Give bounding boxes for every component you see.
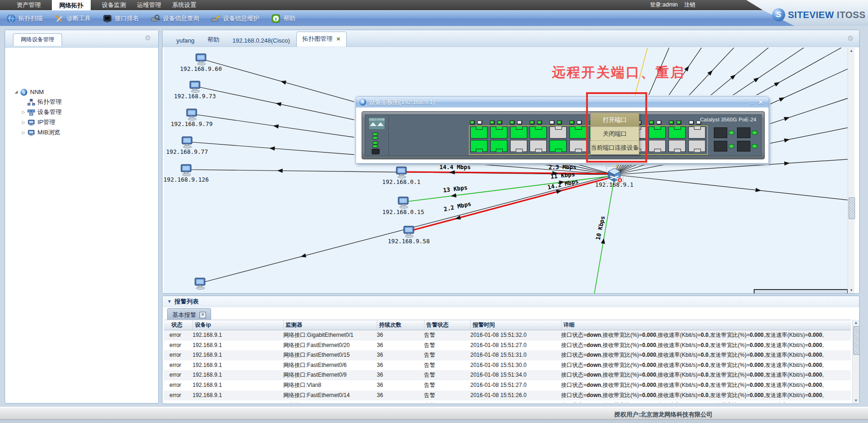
switch-port[interactable] bbox=[510, 140, 527, 152]
switch-port[interactable] bbox=[510, 126, 527, 139]
close-icon[interactable]: ✕ bbox=[200, 312, 206, 318]
expander-collapsed-icon[interactable]: ▷ bbox=[21, 110, 26, 114]
alarm-header[interactable]: ▼ 报警列表 bbox=[162, 296, 859, 307]
table-cell: 网络接口:FastEthernet0/15 bbox=[283, 350, 376, 360]
uplink-port[interactable] bbox=[714, 141, 727, 152]
tree-item-拓扑管理[interactable]: 拓扑管理 bbox=[21, 97, 62, 107]
logout-link[interactable]: 注销 bbox=[684, 0, 695, 10]
pc-node[interactable]: 192.168.9.77 bbox=[166, 137, 208, 155]
table-row[interactable]: error192.168.9.1网络接口:FastEthernet0/2036告… bbox=[164, 341, 851, 351]
switch-port[interactable] bbox=[550, 140, 567, 152]
switch-port[interactable] bbox=[530, 126, 547, 139]
scrollbar-thumb[interactable] bbox=[849, 197, 855, 219]
pc-node[interactable]: 192.168.0.15 bbox=[382, 197, 424, 215]
table-cell: 192.168.9.1 bbox=[193, 350, 282, 360]
uplink-port[interactable] bbox=[714, 127, 727, 138]
column-header[interactable]: 报警时间 bbox=[470, 320, 560, 330]
pc-node[interactable]: 192.168.9.73 bbox=[174, 81, 216, 100]
tree-item-label: NNM bbox=[30, 88, 44, 95]
toolbar-button[interactable]: 设备信息查询 bbox=[151, 14, 199, 23]
table-row[interactable]: error192.168.9.1网络接口:FastEthernet0/1136告… bbox=[164, 400, 851, 403]
menu-item-5[interactable]: 系统设置 bbox=[172, 0, 196, 10]
switch-mode-button[interactable] bbox=[372, 149, 380, 154]
column-header[interactable]: 设备ip bbox=[193, 320, 282, 330]
switch-port[interactable] bbox=[688, 140, 706, 152]
toolbar-button-label: 接口排名 bbox=[115, 14, 139, 23]
pc-node[interactable]: 192.168.9.126 bbox=[164, 164, 209, 183]
column-header[interactable]: 监测器 bbox=[283, 320, 376, 330]
workspace-tab-192.168.0.248(Cisco)[interactable]: 192.168.0.248(Cisco) bbox=[226, 34, 296, 47]
switch-port[interactable] bbox=[649, 126, 666, 139]
switch-port[interactable] bbox=[569, 126, 587, 139]
menu-item-1[interactable]: 资产管理 bbox=[17, 0, 41, 10]
column-header[interactable]: 持续次数 bbox=[377, 320, 423, 330]
switch-port[interactable] bbox=[470, 140, 487, 152]
alarm-vertical-scrollbar[interactable]: ▲ ▼ bbox=[852, 320, 859, 404]
scroll-down-icon[interactable]: ▼ bbox=[848, 288, 855, 292]
uplink-port[interactable] bbox=[737, 127, 750, 138]
workspace-tab-帮助[interactable]: 帮助 bbox=[201, 33, 226, 47]
gear-icon[interactable]: ⚙ bbox=[848, 34, 854, 43]
menu-item-3[interactable]: 设备监测 bbox=[102, 0, 126, 10]
minimize-icon[interactable]: □ bbox=[750, 99, 754, 106]
toolbar-button[interactable]: 接口排名 bbox=[103, 14, 139, 23]
switch-port[interactable] bbox=[649, 140, 666, 152]
tree-item-IP管理[interactable]: ▷IP管理 bbox=[21, 117, 55, 127]
table-row[interactable]: error192.168.9.1网络接口:FastEthernet0/636告警… bbox=[164, 360, 851, 371]
switch-port[interactable] bbox=[688, 126, 706, 139]
toolbar-button[interactable]: i帮助 bbox=[271, 14, 295, 23]
pc-node[interactable]: 192.168.0.1 bbox=[382, 167, 421, 185]
pc-node[interactable]: 192.168.9.79 bbox=[171, 109, 212, 127]
table-row[interactable]: error192.168.9.1网络接口:FastEthernet0/1536告… bbox=[164, 350, 851, 360]
switch-port[interactable] bbox=[530, 140, 547, 152]
topology-canvas[interactable]: 14.4 Mbps2.3 Mbps11 Kbps14.2 Mbps13 Kbps… bbox=[164, 48, 848, 293]
tab-basic-alarm[interactable]: 基本报警 ✕ bbox=[167, 308, 211, 320]
topology-vertical-scrollbar[interactable]: ▲ ▼ bbox=[848, 48, 855, 293]
table-row[interactable]: error192.168.9.1网络接口:FastEthernet0/1436告… bbox=[164, 391, 851, 401]
expander-collapsed-icon[interactable]: ▷ bbox=[21, 130, 26, 135]
scroll-up-icon[interactable]: ▲ bbox=[853, 321, 859, 325]
column-header[interactable]: 告警状态 bbox=[424, 320, 469, 330]
switch-port[interactable] bbox=[490, 126, 507, 139]
dialog-titlebar[interactable]: S 设备面板图(192.168.9.1) bbox=[356, 97, 768, 107]
pc-node[interactable]: 192.168.9.58 bbox=[388, 226, 430, 245]
toolbar-button[interactable]: 拓扑扫描 bbox=[6, 14, 43, 23]
scroll-down-icon[interactable]: ▼ bbox=[853, 398, 859, 403]
expander-expanded-icon[interactable]: ◢ bbox=[13, 89, 19, 94]
toolbar-button[interactable]: 设备信息维护 bbox=[211, 14, 259, 23]
switch-port[interactable] bbox=[490, 140, 507, 152]
pc-node[interactable] bbox=[195, 278, 205, 290]
tree-item-NNM[interactable]: ◢SNNM bbox=[13, 87, 44, 97]
port-led-icon bbox=[689, 120, 694, 125]
table-row[interactable]: error192.168.9.1网络接口:GigabitEthernet0/13… bbox=[164, 330, 851, 341]
switch-port[interactable] bbox=[550, 126, 567, 139]
sidebar-tab-network-devices[interactable]: 网络设备管理 bbox=[13, 33, 62, 46]
menu-item-4[interactable]: 运维管理 bbox=[137, 0, 161, 10]
switch-port[interactable] bbox=[470, 126, 487, 139]
table-cell: 2016-01-08 15:51:27.0 bbox=[470, 380, 560, 391]
column-header[interactable]: 状态 bbox=[169, 320, 192, 330]
link-arrow-icon bbox=[451, 193, 457, 197]
switch-port[interactable] bbox=[668, 126, 686, 139]
close-icon[interactable]: ✕ bbox=[758, 99, 763, 106]
gear-icon[interactable]: ⚙ bbox=[145, 34, 151, 42]
workspace-tab-拓扑图管理[interactable]: 拓扑图管理✕ bbox=[296, 32, 346, 47]
tree-item-设备管理[interactable]: ▷设备管理 bbox=[21, 107, 62, 117]
table-cell: 网络接口:FastEthernet0/11 bbox=[283, 400, 376, 403]
close-icon[interactable]: ✕ bbox=[336, 36, 340, 42]
table-row[interactable]: error192.168.9.1网络接口:Vlan836告警2016-01-08… bbox=[164, 380, 851, 391]
table-row[interactable]: error192.168.9.1网络接口:FastEthernet0/936告警… bbox=[164, 370, 851, 380]
switch-port[interactable] bbox=[569, 140, 587, 152]
expander-collapsed-icon[interactable]: ▷ bbox=[21, 120, 26, 125]
switch-port[interactable] bbox=[668, 140, 686, 152]
scroll-up-icon[interactable]: ▲ bbox=[848, 49, 855, 53]
toolbar-button[interactable]: 诊断工具 bbox=[55, 14, 91, 23]
link-speed-label: 2.2 Mbps bbox=[443, 200, 472, 213]
column-header[interactable]: 详细 bbox=[561, 320, 851, 330]
collapse-triangle-icon[interactable]: ▼ bbox=[167, 299, 172, 304]
workspace-tab-yufang[interactable]: yufang bbox=[170, 34, 201, 47]
table-cell: 告警 bbox=[424, 391, 469, 401]
tree-item-MIB浏览[interactable]: ▷MIB浏览 bbox=[21, 127, 60, 138]
uplink-port[interactable] bbox=[737, 141, 750, 152]
scrollbar-thumb[interactable] bbox=[853, 326, 860, 355]
